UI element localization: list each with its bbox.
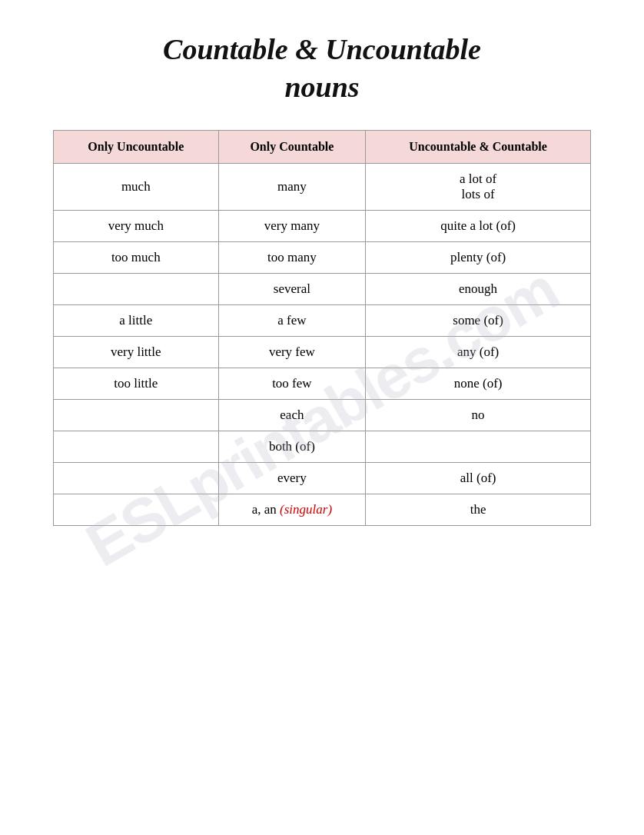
table-row: several enough bbox=[54, 274, 591, 305]
cell-alotof: a lot oflots of bbox=[366, 164, 591, 211]
table-row: every all (of) bbox=[54, 463, 591, 494]
table-row: both (of) bbox=[54, 431, 591, 463]
cell-a-an-singular: a, an (singular) bbox=[218, 494, 366, 526]
table-row: very much very many quite a lot (of) bbox=[54, 211, 591, 242]
noun-table: Only Uncountable Only Countable Uncounta… bbox=[53, 130, 591, 526]
cell-a-few: a few bbox=[218, 305, 366, 337]
cell-no: no bbox=[366, 400, 591, 431]
cell-all-of: all (of) bbox=[366, 463, 591, 494]
table-row: very little very few any (of) bbox=[54, 337, 591, 368]
cell-much: much bbox=[54, 164, 219, 211]
table-header-row: Only Uncountable Only Countable Uncounta… bbox=[54, 130, 591, 163]
table-row: too much too many plenty (of) bbox=[54, 242, 591, 274]
cell-too-few: too few bbox=[218, 368, 366, 400]
title-line2: nouns bbox=[284, 71, 359, 103]
header-uncountable-countable: Uncountable & Countable bbox=[366, 130, 591, 163]
cell-empty-4 bbox=[366, 431, 591, 463]
cell-empty-1 bbox=[54, 274, 219, 305]
cell-too-little: too little bbox=[54, 368, 219, 400]
cell-every: every bbox=[218, 463, 366, 494]
cell-plenty: plenty (of) bbox=[366, 242, 591, 274]
cell-some-of: some (of) bbox=[366, 305, 591, 337]
cell-very-much: very much bbox=[54, 211, 219, 242]
cell-empty-6 bbox=[54, 494, 219, 526]
cell-too-many: too many bbox=[218, 242, 366, 274]
table-row: each no bbox=[54, 400, 591, 431]
singular-label: (singular) bbox=[280, 502, 332, 517]
page-title: Countable & Uncountable nouns bbox=[163, 31, 481, 107]
cell-empty-5 bbox=[54, 463, 219, 494]
table-row: too little too few none (of) bbox=[54, 368, 591, 400]
header-only-countable: Only Countable bbox=[218, 130, 366, 163]
cell-very-little: very little bbox=[54, 337, 219, 368]
cell-each: each bbox=[218, 400, 366, 431]
table-row: much many a lot oflots of bbox=[54, 164, 591, 211]
title-line1: Countable & Uncountable bbox=[163, 33, 481, 65]
cell-many: many bbox=[218, 164, 366, 211]
table-row: a little a few some (of) bbox=[54, 305, 591, 337]
cell-none-of: none (of) bbox=[366, 368, 591, 400]
cell-enough: enough bbox=[366, 274, 591, 305]
cell-empty-2 bbox=[54, 400, 219, 431]
cell-very-many: very many bbox=[218, 211, 366, 242]
table-row: a, an (singular) the bbox=[54, 494, 591, 526]
cell-a-little: a little bbox=[54, 305, 219, 337]
cell-the: the bbox=[366, 494, 591, 526]
cell-too-much: too much bbox=[54, 242, 219, 274]
cell-any-of: any (of) bbox=[366, 337, 591, 368]
cell-empty-3 bbox=[54, 431, 219, 463]
cell-both-of: both (of) bbox=[218, 431, 366, 463]
cell-quite-alot: quite a lot (of) bbox=[366, 211, 591, 242]
cell-very-few: very few bbox=[218, 337, 366, 368]
header-only-uncountable: Only Uncountable bbox=[54, 130, 219, 163]
cell-several: several bbox=[218, 274, 366, 305]
